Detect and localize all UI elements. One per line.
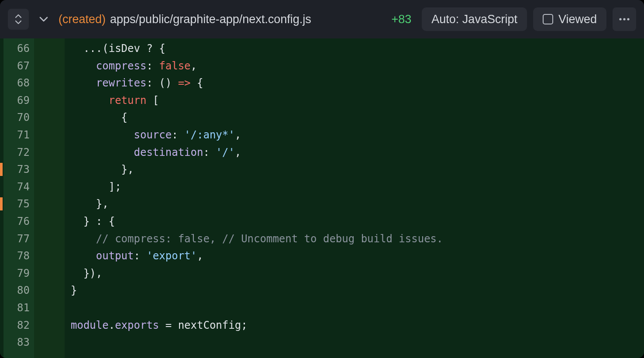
expand-collapse-button[interactable] bbox=[8, 9, 29, 30]
code-line[interactable]: } : { bbox=[65, 213, 644, 231]
comment-marker-gutter bbox=[0, 38, 3, 358]
diff-line-count: +83 bbox=[387, 13, 416, 26]
code-line[interactable]: compress: false, bbox=[65, 58, 644, 75]
line-number[interactable]: 66 bbox=[3, 40, 34, 58]
line-number[interactable]: 76 bbox=[3, 213, 34, 231]
comment-marker[interactable] bbox=[0, 163, 3, 176]
line-number[interactable]: 75 bbox=[3, 196, 34, 213]
file-status-tag: (created) bbox=[59, 13, 106, 26]
line-number[interactable]: 73 bbox=[3, 161, 34, 179]
code-content[interactable]: ...(isDev ? { compress: false, rewrites:… bbox=[65, 38, 644, 358]
checkbox-icon bbox=[543, 14, 553, 24]
line-number[interactable]: 69 bbox=[3, 92, 34, 110]
line-number[interactable]: 82 bbox=[3, 317, 34, 334]
more-actions-button[interactable] bbox=[613, 7, 636, 31]
file-title: (created) apps/public/graphite-app/next.… bbox=[59, 13, 381, 26]
diff-file-panel: (created) apps/public/graphite-app/next.… bbox=[0, 0, 644, 358]
comment-marker[interactable] bbox=[0, 197, 3, 210]
code-line[interactable]: { bbox=[65, 109, 644, 127]
line-number[interactable]: 78 bbox=[3, 248, 34, 265]
code-area: 666768697071727374757677787980818283 ...… bbox=[0, 38, 644, 358]
svg-point-2 bbox=[627, 18, 629, 20]
line-number[interactable]: 72 bbox=[3, 144, 34, 162]
language-selector[interactable]: Auto: JavaScript bbox=[422, 7, 527, 31]
file-path[interactable]: apps/public/graphite-app/next.config.js bbox=[110, 13, 311, 26]
chevron-down-icon bbox=[39, 16, 48, 22]
code-line[interactable]: output: 'export', bbox=[65, 248, 644, 265]
code-line[interactable]: module.exports = nextConfig; bbox=[65, 317, 644, 334]
viewed-toggle[interactable]: Viewed bbox=[533, 7, 606, 31]
line-number[interactable]: 80 bbox=[3, 282, 34, 299]
language-label: Auto: JavaScript bbox=[431, 13, 517, 26]
line-number[interactable]: 68 bbox=[3, 75, 34, 92]
line-number[interactable]: 83 bbox=[3, 334, 34, 351]
line-number[interactable]: 74 bbox=[3, 179, 34, 196]
code-line[interactable]: destination: '/', bbox=[65, 144, 644, 162]
code-line[interactable] bbox=[65, 299, 644, 317]
file-header: (created) apps/public/graphite-app/next.… bbox=[0, 0, 644, 38]
expand-collapse-icon bbox=[14, 14, 23, 24]
code-line[interactable]: }, bbox=[65, 161, 644, 179]
code-line[interactable]: } bbox=[65, 282, 644, 299]
code-line[interactable]: ]; bbox=[65, 179, 644, 196]
line-number[interactable]: 77 bbox=[3, 231, 34, 248]
line-number[interactable]: 67 bbox=[3, 58, 34, 75]
code-line[interactable]: }, bbox=[65, 196, 644, 213]
code-line[interactable]: return [ bbox=[65, 92, 644, 110]
line-number[interactable]: 81 bbox=[3, 299, 34, 317]
svg-point-0 bbox=[619, 18, 621, 20]
code-line[interactable]: ...(isDev ? { bbox=[65, 40, 644, 58]
code-line[interactable]: // compress: false, // Uncomment to debu… bbox=[65, 231, 644, 248]
line-number-gutter: 666768697071727374757677787980818283 bbox=[3, 38, 34, 358]
svg-point-1 bbox=[623, 18, 625, 20]
viewed-label: Viewed bbox=[558, 13, 597, 26]
ellipsis-icon bbox=[619, 18, 630, 21]
code-line[interactable]: }), bbox=[65, 265, 644, 282]
line-number[interactable]: 79 bbox=[3, 265, 34, 282]
line-number[interactable]: 71 bbox=[3, 127, 34, 144]
code-line[interactable]: source: '/:any*', bbox=[65, 127, 644, 144]
code-line[interactable] bbox=[65, 334, 644, 351]
line-number[interactable]: 70 bbox=[3, 109, 34, 127]
dropdown-button[interactable] bbox=[35, 9, 52, 30]
diff-gutter bbox=[34, 38, 65, 358]
code-line[interactable]: rewrites: () => { bbox=[65, 75, 644, 92]
